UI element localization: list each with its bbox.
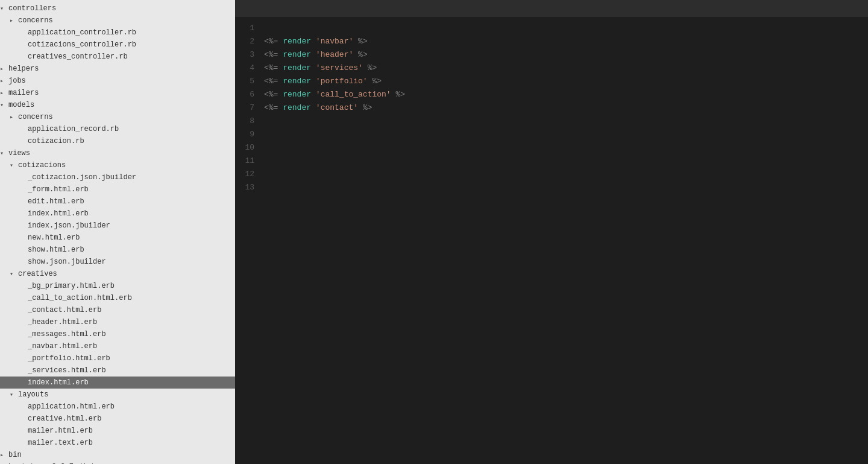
tree-item-label: _header.html.erb (28, 318, 230, 326)
tree-item-mailer.text.erb[interactable]: mailer.text.erb (0, 437, 235, 449)
tree-item-label: edit.html.erb (28, 197, 230, 206)
tree-item-application_record.rb[interactable]: application_record.rb (0, 123, 235, 135)
tree-item-helpers[interactable]: ▸helpers (0, 63, 235, 75)
tree-item-label: _cotizacion.json.jbuilder (28, 173, 230, 182)
tree-item-mailer.html.erb[interactable]: mailer.html.erb (0, 425, 235, 437)
folder-arrow-icon: ▸ (10, 113, 18, 121)
tree-item-label: _portfolio.html.erb (28, 354, 230, 363)
code-line: <%= render 'contact' %> (264, 101, 858, 115)
code-area: 12345678910111213 <%= render 'navbar' %>… (235, 17, 868, 464)
tree-item-bin[interactable]: ▸bin (0, 449, 235, 461)
tree-item-index.html.erb[interactable]: index.html.erb (0, 377, 235, 389)
tree-item-show.html.erb[interactable]: show.html.erb (0, 244, 235, 256)
tree-item-mailers[interactable]: ▸mailers (0, 87, 235, 99)
line-number: 3 (240, 48, 254, 62)
tree-item-label: _navbar.html.erb (28, 342, 230, 351)
tree-item-concerns[interactable]: ▸concerns (0, 14, 235, 27)
tree-item-label: helpers (8, 65, 230, 73)
code-lines: <%= render 'navbar' %><%= render 'header… (264, 22, 868, 464)
folder-arrow-icon: ▾ (0, 101, 8, 109)
tree-item-label: show.json.jbuilder (28, 258, 230, 266)
tree-item-label: bin (8, 451, 230, 459)
tree-item-label: models (8, 101, 230, 109)
tree-item-index.html.erb2[interactable]: index.html.erb (0, 208, 235, 220)
tree-item-label: index.json.jbuilder (28, 221, 230, 230)
code-line (264, 128, 858, 141)
tree-item-label: application_controller.rb (28, 28, 230, 37)
tree-item-controllers[interactable]: ▾controllers (0, 2, 235, 14)
folder-arrow-icon: ▾ (10, 270, 18, 278)
tree-item-models[interactable]: ▾models (0, 99, 235, 111)
tree-item-cotizacions[interactable]: ▾cotizacions (0, 159, 235, 171)
tree-item-_messages.html.erb[interactable]: _messages.html.erb (0, 328, 235, 340)
code-line (264, 22, 858, 35)
code-line: <%= render 'services' %> (264, 62, 858, 75)
tree-item-_header.html.erb[interactable]: _header.html.erb (0, 316, 235, 328)
tree-item-bootstrap_3_3_7_dist[interactable]: ▸bootstrap_3_3_7_dist (0, 461, 235, 464)
code-line (264, 154, 858, 168)
folder-arrow-icon: ▸ (0, 89, 8, 97)
tree-item-_portfolio.html.erb[interactable]: _portfolio.html.erb (0, 352, 235, 364)
tree-item-application.html.erb[interactable]: application.html.erb (0, 401, 235, 413)
tree-item-application_controller.rb[interactable]: application_controller.rb (0, 27, 235, 39)
code-line: <%= render 'navbar' %> (264, 35, 858, 48)
tree-item-_navbar.html.erb[interactable]: _navbar.html.erb (0, 340, 235, 352)
tree-item-label: creatives_controller.rb (28, 52, 230, 61)
file-tree: ▾controllers▸concernsapplication_control… (0, 0, 235, 464)
tree-item-label: cotizacion.rb (28, 137, 230, 145)
tree-item-creative.html.erb[interactable]: creative.html.erb (0, 413, 235, 425)
tree-item-label: controllers (8, 4, 230, 13)
tree-item-label: _bg_primary.html.erb (28, 282, 230, 290)
tree-item-label: _contact.html.erb (28, 306, 230, 314)
folder-arrow-icon: ▸ (10, 17, 18, 24)
line-number: 8 (240, 115, 254, 128)
tree-item-cotizacions_controller.rb[interactable]: cotizacions_controller.rb (0, 39, 235, 51)
line-number: 9 (240, 128, 254, 141)
tree-item-jobs[interactable]: ▸jobs (0, 75, 235, 87)
folder-arrow-icon: ▸ (0, 77, 8, 84)
tree-item-_form.html.erb[interactable]: _form.html.erb (0, 183, 235, 195)
line-number: 2 (240, 35, 254, 48)
tree-item-creatives_controller.rb[interactable]: creatives_controller.rb (0, 51, 235, 63)
tree-item-label: layouts (18, 390, 230, 399)
code-line (264, 115, 858, 128)
line-number: 6 (240, 88, 254, 101)
tree-item-label: application.html.erb (28, 402, 230, 411)
folder-arrow-icon: ▸ (0, 65, 8, 72)
editor-tab-bar (235, 0, 868, 17)
code-line (264, 181, 858, 194)
tree-item-show.json.jbuilder[interactable]: show.json.jbuilder (0, 256, 235, 268)
tree-item-_bg_primary.html.erb[interactable]: _bg_primary.html.erb (0, 280, 235, 292)
tree-item-concerns2[interactable]: ▸concerns (0, 111, 235, 123)
folder-arrow-icon: ▾ (10, 391, 18, 398)
line-numbers: 12345678910111213 (235, 22, 264, 464)
tree-item-label: application_record.rb (28, 125, 230, 133)
tree-item-_cotizacion.json.jbuilder[interactable]: _cotizacion.json.jbuilder (0, 171, 235, 183)
line-number: 5 (240, 75, 254, 88)
tree-item-label: _call_to_action.html.erb (28, 294, 230, 302)
tree-item-label: views (8, 149, 230, 157)
tree-item-_call_to_action.html.erb[interactable]: _call_to_action.html.erb (0, 292, 235, 304)
tree-item-_contact.html.erb[interactable]: _contact.html.erb (0, 304, 235, 316)
tree-item-layouts[interactable]: ▾layouts (0, 389, 235, 401)
tree-item-label: jobs (8, 77, 230, 85)
line-number: 4 (240, 62, 254, 75)
tree-item-cotizacion.rb[interactable]: cotizacion.rb (0, 135, 235, 147)
code-line: <%= render 'call_to_action' %> (264, 88, 858, 101)
tree-item-label: creatives (18, 270, 230, 278)
tree-item-new.html.erb[interactable]: new.html.erb (0, 232, 235, 244)
tree-item-label: concerns (18, 16, 230, 25)
tree-item-creatives[interactable]: ▾creatives (0, 268, 235, 280)
tree-item-label: creative.html.erb (28, 415, 230, 423)
tree-item-label: new.html.erb (28, 234, 230, 242)
code-line: <%= render 'header' %> (264, 48, 858, 62)
tree-item-index.json.jbuilder[interactable]: index.json.jbuilder (0, 220, 235, 232)
folder-arrow-icon: ▾ (10, 162, 18, 169)
tree-item-_services.html.erb[interactable]: _services.html.erb (0, 364, 235, 377)
tree-item-views[interactable]: ▾views (0, 147, 235, 159)
tree-item-edit.html.erb[interactable]: edit.html.erb (0, 195, 235, 208)
tree-item-label: mailer.html.erb (28, 427, 230, 435)
tree-item-label: cotizacions (18, 161, 230, 170)
folder-arrow-icon: ▸ (0, 451, 8, 459)
line-number: 7 (240, 101, 254, 115)
